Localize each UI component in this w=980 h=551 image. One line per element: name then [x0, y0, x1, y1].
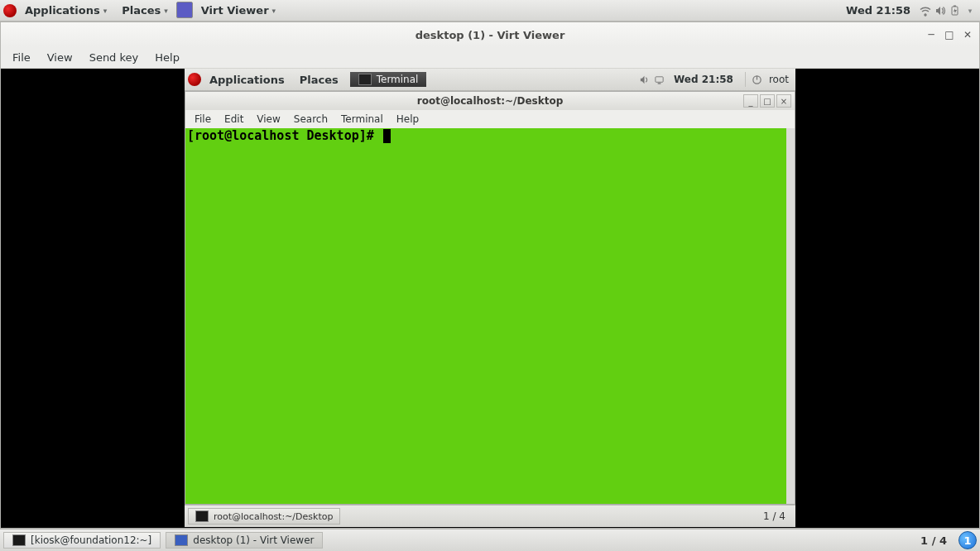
taskbar-item-label: desktop (1) - Virt Viewer	[193, 534, 314, 546]
power-menu-icon[interactable]: ▾	[963, 4, 977, 17]
updates-count: 1	[963, 534, 971, 547]
terminal-body[interactable]: [root@localhost Desktop]#	[185, 128, 795, 504]
guest-taskbar-item[interactable]: root@localhost:~/Desktop	[188, 508, 340, 525]
updates-badge-icon[interactable]: 1	[958, 531, 977, 549]
host-active-app-menu[interactable]: Virt Viewer ▾	[195, 2, 282, 18]
host-taskbar-item-virtviewer[interactable]: desktop (1) - Virt Viewer	[166, 532, 323, 549]
virt-viewer-menubar: File View Send key Help	[1, 47, 979, 69]
menu-view[interactable]: View	[41, 50, 79, 65]
menu-search[interactable]: Search	[288, 112, 334, 127]
chevron-down-icon: ▾	[272, 7, 276, 15]
minimize-button[interactable]: _	[743, 94, 758, 108]
host-bottom-panel: [kiosk@foundation12:~] desktop (1) - Vir…	[0, 529, 980, 551]
terminal-cursor	[383, 129, 391, 143]
svg-rect-1	[954, 5, 956, 7]
host-workspace-pager[interactable]: 1 / 4	[914, 534, 954, 547]
battery-icon[interactable]	[949, 4, 962, 17]
guest-display[interactable]: Applications Places Terminal	[1, 69, 979, 528]
host-places-menu[interactable]: Places ▾	[115, 2, 175, 18]
menu-file[interactable]: File	[189, 112, 217, 127]
chevron-down-icon: ▾	[103, 7, 108, 15]
terminal-menubar: File Edit View Search Terminal Help	[185, 110, 795, 128]
maximize-button[interactable]: □	[943, 28, 956, 41]
terminal-title: root@localhost:~/Desktop	[185, 95, 795, 107]
terminal-icon	[358, 74, 372, 85]
places-label: Places	[122, 4, 161, 17]
menu-edit[interactable]: Edit	[219, 112, 249, 127]
active-app-icon	[176, 2, 193, 18]
menu-file[interactable]: File	[6, 50, 37, 65]
menu-help[interactable]: Help	[148, 50, 186, 65]
guest-user-label[interactable]: root	[766, 74, 792, 85]
menu-terminal[interactable]: Terminal	[335, 112, 389, 127]
terminal-prompt: [root@localhost Desktop]#	[187, 128, 382, 143]
virt-viewer-titlebar[interactable]: desktop (1) - Virt Viewer ─ □ ✕	[1, 22, 979, 47]
guest-places-menu[interactable]: Places	[293, 72, 345, 88]
volume-icon[interactable]	[934, 4, 947, 17]
close-button[interactable]: ×	[776, 94, 791, 108]
chevron-down-icon: ▾	[968, 7, 973, 15]
guest-bottom-panel: root@localhost:~/Desktop 1 / 4	[185, 505, 795, 527]
minimize-button[interactable]: ─	[925, 28, 938, 41]
svg-rect-2	[655, 76, 662, 82]
active-app-label: Virt Viewer	[201, 4, 269, 17]
redhat-icon	[3, 4, 17, 17]
terminal-titlebar[interactable]: root@localhost:~/Desktop _ □ ×	[185, 92, 795, 110]
scrollbar[interactable]	[786, 128, 795, 504]
close-button[interactable]: ✕	[961, 28, 974, 41]
menu-sendkey[interactable]: Send key	[83, 50, 146, 65]
network-icon[interactable]	[652, 73, 665, 86]
terminal-icon	[195, 510, 209, 522]
guest-workspace-pager[interactable]: 1 / 4	[757, 510, 792, 522]
host-applications-menu[interactable]: Applications ▾	[18, 2, 113, 18]
guest-desktop: Applications Places Terminal	[185, 69, 795, 527]
virt-viewer-title: desktop (1) - Virt Viewer	[1, 29, 979, 41]
host-clock[interactable]: Wed 21:58	[839, 4, 917, 17]
applications-label: Applications	[25, 4, 100, 17]
taskbar-item-label: [kiosk@foundation12:~]	[31, 534, 151, 546]
taskbar-item-label: root@localhost:~/Desktop	[214, 511, 333, 522]
host-top-panel: Applications ▾ Places ▾ Virt Viewer ▾ We…	[0, 0, 980, 22]
places-label: Places	[300, 74, 339, 86]
redhat-icon	[188, 73, 201, 86]
svg-rect-3	[657, 83, 661, 84]
guest-applications-menu[interactable]: Applications	[203, 72, 291, 88]
monitor-icon	[175, 534, 188, 546]
separator	[745, 72, 746, 87]
terminal-icon	[12, 534, 26, 546]
guest-top-panel: Applications Places Terminal	[185, 69, 795, 91]
guest-clock[interactable]: Wed 21:58	[667, 74, 740, 85]
terminal-window: root@localhost:~/Desktop _ □ × File Edit…	[185, 91, 795, 505]
task-label: Terminal	[377, 74, 419, 85]
virt-viewer-window: desktop (1) - Virt Viewer ─ □ ✕ File Vie…	[0, 22, 980, 529]
chevron-down-icon: ▾	[164, 7, 168, 15]
menu-help[interactable]: Help	[391, 112, 425, 127]
applications-label: Applications	[209, 74, 285, 86]
menu-view[interactable]: View	[251, 112, 286, 127]
shutdown-icon[interactable]	[751, 73, 764, 86]
host-taskbar-item-terminal[interactable]: [kiosk@foundation12:~]	[3, 532, 161, 549]
maximize-button[interactable]: □	[760, 94, 775, 108]
wifi-icon[interactable]	[919, 4, 932, 17]
guest-active-task[interactable]: Terminal	[350, 72, 427, 87]
volume-icon[interactable]	[637, 73, 651, 86]
